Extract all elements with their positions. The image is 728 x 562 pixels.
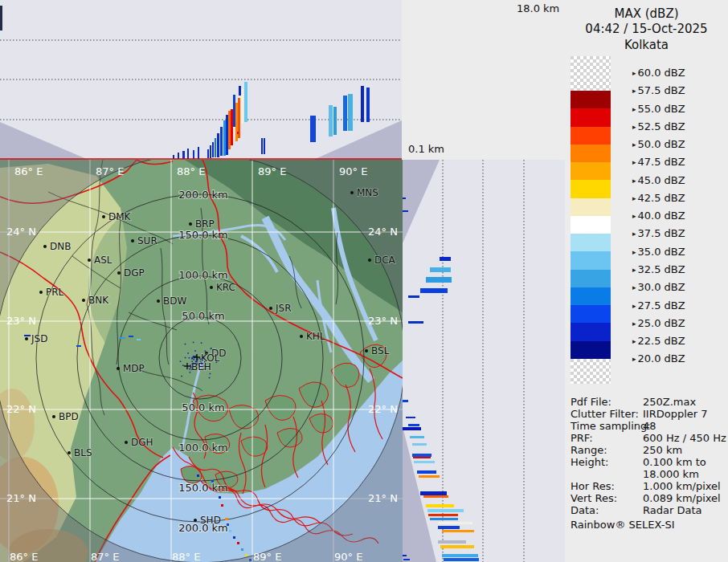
longitude-label-top: 88° E — [177, 165, 205, 177]
echo-bar — [438, 522, 472, 524]
range-ring-label: 50.0 km — [182, 401, 224, 413]
city-dot — [210, 286, 213, 289]
clutter-dot — [189, 357, 190, 359]
clutter-dot — [193, 342, 194, 344]
legend-swatch — [571, 145, 611, 162]
echo-bar — [333, 107, 337, 135]
city-label: JSD — [31, 333, 47, 344]
echo-bar — [412, 443, 427, 446]
echo-bar — [244, 82, 247, 122]
beam-shadow-wedge-top — [402, 160, 440, 245]
echo-bar — [310, 116, 316, 142]
tick-arrow-icon: ▸ — [632, 123, 636, 131]
legend-tick-label: 60.0 dBZ — [638, 67, 685, 79]
echo-bar — [187, 149, 189, 159]
echo-bar — [420, 288, 448, 293]
latitude-label-left: 23° N — [6, 315, 36, 327]
info-value: IIRDoppler 7 — [643, 409, 708, 420]
info-value: 250 km — [643, 445, 682, 456]
city-dot — [39, 291, 43, 294]
info-label: Time sampling: — [571, 421, 651, 432]
echo-bar — [329, 105, 333, 136]
city-dot — [102, 215, 105, 218]
city-label: DNB — [50, 241, 71, 252]
clutter-dot — [190, 372, 191, 373]
echo-bar — [264, 138, 265, 154]
legend-colorbar — [571, 56, 611, 384]
echo-bar — [261, 138, 263, 154]
clutter-dot — [189, 369, 190, 370]
echo-bar — [361, 86, 364, 122]
tick-arrow-icon: ▸ — [632, 105, 636, 113]
latitude-label-left: 24° N — [6, 226, 36, 238]
legend-swatch — [571, 180, 611, 198]
legend-tick-label: 47.5 dBZ — [638, 156, 685, 168]
info-label: Hor Res: — [571, 481, 615, 492]
echo-bar — [237, 132, 239, 134]
top-profile-gridlines — [0, 40, 402, 120]
legend-tick: ▸30.0 dBZ — [632, 282, 685, 293]
clutter-dot — [210, 373, 211, 375]
longitude-label-bottom: 87° E — [91, 551, 119, 562]
city-dot — [25, 337, 28, 340]
map-echo-speck — [233, 536, 235, 539]
echo-bar — [403, 210, 408, 212]
legend-swatch — [571, 162, 611, 180]
echo-bar — [408, 424, 419, 426]
clutter-dot — [185, 344, 186, 345]
side-height-profile-panel — [402, 160, 565, 562]
clutter-dot — [181, 376, 182, 377]
echo-bar — [438, 540, 466, 544]
legend-tick-label: 52.5 dBZ — [638, 120, 685, 132]
legend-swatch — [571, 216, 611, 234]
legend-tick: ▸57.5 dBZ — [632, 85, 685, 96]
clutter-dot — [187, 352, 189, 354]
legend-tick: ▸32.5 dBZ — [632, 264, 685, 275]
echo-bar — [430, 267, 451, 272]
info-value: 600 Hz / 450 Hz — [643, 433, 726, 444]
range-ring-label: 200.0 km — [178, 189, 228, 201]
city-dot — [194, 519, 197, 522]
legend-swatch — [571, 127, 611, 145]
longitude-label-top: 90° E — [339, 165, 367, 177]
info-value: 0.089 km/pixel — [643, 493, 721, 504]
clutter-dot — [193, 359, 194, 360]
city-dot — [131, 239, 134, 242]
city-label: DGH — [131, 437, 153, 448]
echo-bar — [198, 147, 199, 159]
legend-swatch — [571, 341, 611, 359]
echo-bar — [423, 495, 448, 498]
tick-arrow-icon: ▸ — [632, 177, 636, 185]
longitude-label-top: 89° E — [258, 165, 286, 177]
height-axis-min-label: 0.1 km — [408, 143, 444, 155]
legend-panel: MAX (dBZ) 04:42 / 15-Oct-2025 Kolkata ▸6… — [565, 0, 728, 562]
legend-tick-label: 45.0 dBZ — [638, 174, 685, 186]
clutter-dot — [185, 357, 186, 359]
product-title: MAX (dBZ) — [565, 6, 728, 21]
legend-swatch-above-max — [571, 56, 611, 91]
map-echo-speck — [229, 530, 231, 532]
legend-swatch — [571, 234, 611, 251]
radar-product-screen: 86° E86° E87° E87° E88° E88° E89° E89° E… — [0, 0, 728, 562]
station-name: Kolkata — [565, 38, 728, 52]
tick-arrow-icon: ▸ — [632, 266, 636, 274]
legend-tick: ▸22.5 dBZ — [632, 336, 685, 347]
range-ring-label: 100.0 km — [178, 269, 228, 281]
map-echo-speck — [221, 504, 223, 507]
clutter-dot — [180, 360, 182, 362]
city-dot — [157, 299, 160, 303]
legend-tick-label: 22.5 dBZ — [638, 335, 685, 347]
legend-tick-label: 25.0 dBZ — [638, 317, 685, 329]
echo-bar — [402, 400, 408, 402]
city-dot — [117, 367, 120, 370]
info-label: Pdf File: — [571, 397, 611, 408]
longitude-label-bottom: 89° E — [253, 551, 281, 562]
product-datetime: 04:42 / 15-Oct-2025 — [565, 22, 728, 36]
tick-arrow-icon: ▸ — [632, 212, 636, 220]
legend-tick: ▸25.0 dBZ — [632, 318, 685, 329]
echo-bar — [228, 111, 231, 149]
tick-arrow-icon: ▸ — [632, 248, 636, 256]
echo-bar — [0, 6, 2, 31]
range-ring-label: 150.0 km — [178, 482, 228, 494]
legend-swatch — [571, 198, 611, 216]
